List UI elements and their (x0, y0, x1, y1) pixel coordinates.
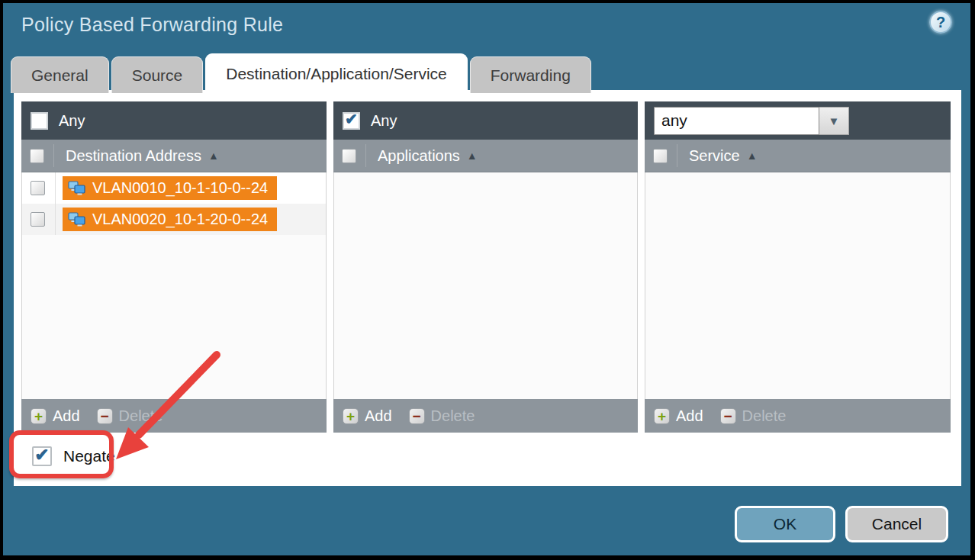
dialog-title: Policy Based Forwarding Rule (21, 14, 283, 36)
add-icon: + (31, 408, 47, 424)
destination-address-column: Any Destination Address ▲ (21, 101, 327, 433)
tab-forwarding-label: Forwarding (491, 66, 571, 85)
applications-any-label: Any (371, 112, 397, 130)
tab-source-label: Source (132, 66, 183, 85)
destination-toolbar: + Add − Delete (21, 399, 327, 433)
delete-icon: − (97, 408, 113, 424)
tab-general[interactable]: General (11, 56, 109, 93)
address-object-label: VLAN0020_10-1-20-0--24 (92, 211, 268, 228)
applications-column-header[interactable]: Applications (378, 147, 460, 165)
checkmark-icon: ✔ (345, 111, 358, 127)
delete-label: Delete (742, 407, 787, 425)
divider (677, 144, 677, 167)
help-glyph: ? (936, 14, 945, 31)
destination-address-list: VLAN0010_10-1-10-0--24 VLAN0020_10-1-20- (21, 172, 327, 399)
divider (53, 144, 54, 167)
applications-column: ✔ Any Applications ▲ + Add − Delete (333, 101, 638, 433)
destination-delete-button[interactable]: − Delete (97, 407, 163, 425)
tab-general-label: General (31, 66, 88, 85)
service-toolbar: + Add − Delete (645, 399, 951, 433)
ok-button[interactable]: OK (735, 506, 835, 542)
ok-button-label: OK (774, 515, 796, 533)
service-select-all-checkbox[interactable] (653, 149, 668, 163)
tab-destination-label: Destination/Application/Service (226, 65, 447, 83)
applications-any-bar: ✔ Any (333, 101, 638, 140)
delete-label: Delete (119, 407, 163, 425)
applications-list (333, 172, 638, 399)
service-header-row: Service ▲ (645, 140, 951, 172)
service-dropdown[interactable]: any ▼ (654, 107, 849, 135)
checkmark-icon: ✔ (34, 446, 49, 464)
applications-delete-button[interactable]: − Delete (409, 407, 475, 425)
negate-option: ✔ Negate (32, 446, 115, 466)
sort-asc-icon: ▲ (208, 150, 219, 162)
tab-bar: General Source Destination/Application/S… (11, 53, 591, 93)
address-object-vlan0010[interactable]: VLAN0010_10-1-10-0--24 (63, 176, 277, 200)
address-object-vlan0020[interactable]: VLAN0020_10-1-20-0--24 (63, 208, 277, 231)
add-label: Add (53, 407, 80, 425)
applications-header-row: Applications ▲ (333, 140, 638, 172)
network-hosts-icon (68, 212, 86, 227)
tab-content-panel: Any Destination Address ▲ (14, 90, 961, 486)
delete-label: Delete (431, 407, 475, 425)
list-item: VLAN0010_10-1-10-0--24 (22, 172, 326, 204)
destination-address-column-header[interactable]: Destination Address (66, 147, 201, 165)
negate-label: Negate (63, 447, 115, 465)
tab-destination-application-service[interactable]: Destination/Application/Service (205, 53, 468, 93)
destination-any-label: Any (59, 112, 85, 130)
service-column: any ▼ Service ▲ + Add − Delete (645, 101, 951, 433)
tab-source[interactable]: Source (111, 56, 204, 93)
add-label: Add (676, 407, 703, 425)
applications-add-button[interactable]: + Add (343, 407, 392, 425)
chevron-down-icon[interactable]: ▼ (819, 107, 849, 135)
service-dropdown-bar: any ▼ (645, 101, 951, 140)
cancel-button-label: Cancel (872, 515, 922, 533)
applications-toolbar: + Add − Delete (333, 399, 638, 433)
service-delete-button[interactable]: − Delete (720, 407, 787, 425)
add-icon: + (343, 408, 359, 424)
service-add-button[interactable]: + Add (654, 407, 703, 425)
policy-based-forwarding-dialog: Policy Based Forwarding Rule ? General S… (3, 3, 970, 555)
applications-select-all-checkbox[interactable] (342, 149, 356, 163)
sort-asc-icon: ▲ (467, 150, 478, 162)
delete-icon: − (720, 408, 736, 424)
help-icon[interactable]: ? (929, 11, 952, 34)
destination-any-checkbox[interactable] (31, 112, 48, 130)
add-icon: + (654, 408, 670, 424)
add-label: Add (365, 407, 392, 425)
service-list (645, 172, 951, 399)
divider (55, 204, 56, 235)
service-column-header[interactable]: Service (689, 147, 740, 165)
applications-any-checkbox[interactable]: ✔ (343, 112, 360, 130)
sort-asc-icon: ▲ (747, 150, 758, 162)
negate-checkbox[interactable]: ✔ (32, 446, 52, 466)
network-hosts-icon (68, 181, 86, 195)
service-dropdown-value: any (654, 107, 819, 135)
cancel-button[interactable]: Cancel (845, 506, 948, 542)
destination-add-button[interactable]: + Add (31, 407, 80, 425)
delete-icon: − (409, 408, 425, 424)
divider (365, 144, 366, 167)
row-checkbox[interactable] (31, 212, 45, 227)
address-object-label: VLAN0010_10-1-10-0--24 (92, 179, 268, 197)
divider (55, 172, 56, 204)
list-item: VLAN0020_10-1-20-0--24 (22, 204, 326, 235)
tab-forwarding[interactable]: Forwarding (470, 56, 591, 93)
destination-any-bar: Any (21, 101, 327, 140)
destination-select-all-checkbox[interactable] (30, 149, 44, 163)
row-checkbox[interactable] (31, 181, 45, 195)
destination-address-header-row: Destination Address ▲ (21, 140, 327, 172)
